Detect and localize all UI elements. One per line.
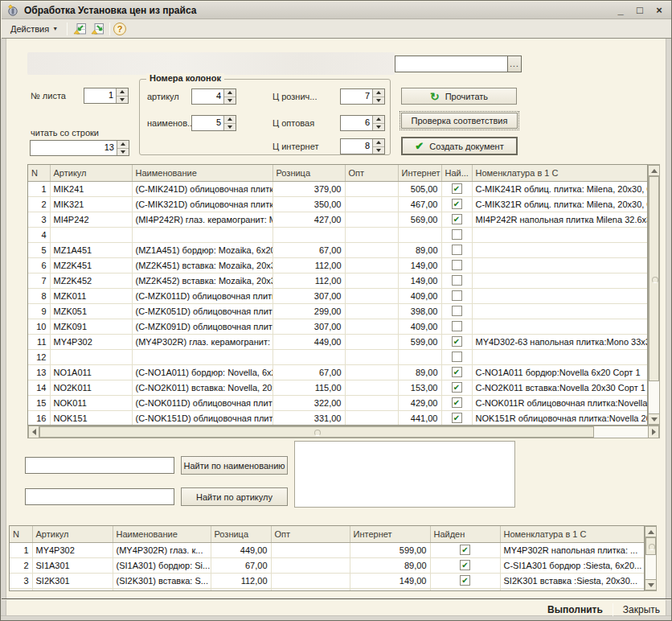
search-by-articul-input[interactable] (25, 488, 174, 505)
cell-found[interactable]: ✔ (441, 395, 472, 410)
cell-internet[interactable]: 429,00 (398, 395, 441, 410)
cell-internet[interactable]: 599,00 (398, 334, 441, 349)
cell-n[interactable]: 10 (28, 319, 50, 334)
unchecked-checkbox-icon[interactable] (452, 290, 462, 301)
col-header-n[interactable]: N (10, 526, 32, 542)
cell-retail[interactable]: 427,00 (272, 212, 345, 227)
cell-name[interactable]: (SI1A301) бордюр: Si... (113, 557, 211, 573)
cell-nomenclature[interactable] (472, 303, 647, 319)
cell-name[interactable] (132, 227, 272, 242)
cell-found[interactable] (441, 257, 472, 273)
cell-found[interactable] (441, 288, 472, 303)
read-from-row-value[interactable]: 13 (31, 141, 117, 155)
cell-internet[interactable]: 505,00 (398, 181, 441, 196)
cell-opt[interactable] (271, 542, 350, 557)
cell-found[interactable]: ✔ (441, 364, 472, 380)
cell-name[interactable]: (C-NO1A011) бордюр: Novella, 6x20, ... (132, 364, 272, 380)
cell-nomenclature[interactable] (472, 288, 647, 303)
cell-internet[interactable]: 441,00 (398, 410, 441, 426)
cell-retail[interactable]: 115,00 (272, 380, 345, 395)
cell-n[interactable]: 9 (28, 303, 50, 319)
cell-n[interactable]: 2 (28, 196, 50, 212)
cell-retail[interactable]: 299,00 (272, 303, 345, 319)
cell-n[interactable]: 5 (28, 242, 50, 257)
cell-found[interactable]: ✔ (441, 212, 472, 227)
checked-checkbox-icon[interactable]: ✔ (452, 413, 462, 423)
cell-retail[interactable]: 112,00 (272, 273, 345, 288)
table-row[interactable]: 7MZ2K452(MZ2K452) вставка: Mozaika, 20x3… (28, 273, 647, 288)
cell-opt[interactable] (345, 380, 398, 395)
cell-opt[interactable] (345, 303, 398, 319)
cell-retail[interactable]: 350,00 (272, 196, 345, 212)
cell-nomenclature[interactable]: SI2K301 вставка :Siesta, 20x30... (500, 573, 644, 588)
cell-found[interactable] (441, 227, 472, 242)
col-header-retail[interactable]: Розница (211, 526, 271, 542)
load-settings-button[interactable] (72, 21, 88, 37)
cell-n[interactable]: 1 (28, 181, 50, 196)
cell-opt[interactable] (345, 257, 398, 273)
cell-opt[interactable] (345, 334, 398, 349)
cell-opt[interactable] (345, 242, 398, 257)
checked-checkbox-icon[interactable]: ✔ (452, 397, 462, 408)
table-row[interactable]: 14NO2K011(C-NO2K011) вставка: Novella, 2… (28, 380, 647, 395)
checked-checkbox-icon[interactable]: ✔ (452, 183, 462, 194)
cell-opt[interactable] (345, 395, 398, 410)
spin-up-icon[interactable] (117, 141, 129, 148)
cell-found[interactable] (441, 319, 472, 334)
cell-retail[interactable]: 307,00 (272, 288, 345, 303)
col-header-nomenclature[interactable]: Номенклатура в 1 С (472, 165, 647, 181)
checked-checkbox-icon[interactable]: ✔ (452, 199, 462, 209)
table-row[interactable]: 3SI2K301(SI2K301) вставка: S...112,00149… (10, 573, 644, 588)
cell-opt[interactable] (345, 273, 398, 288)
cell-found[interactable]: ✔ (441, 380, 472, 395)
cell-opt[interactable] (345, 212, 398, 227)
cell-articul[interactable]: MIK241 (50, 181, 132, 196)
spinner-arrows[interactable] (223, 116, 236, 130)
internet-price-column-value[interactable]: 8 (341, 139, 372, 154)
cell-n[interactable]: 6 (28, 257, 50, 273)
cell-internet[interactable]: 409,00 (398, 319, 441, 334)
spin-up-icon[interactable] (117, 88, 128, 96)
cell-name[interactable]: (C-NOK011D) облицовочная плитка: ... (132, 395, 272, 410)
spin-down-icon[interactable] (373, 97, 384, 105)
close-button[interactable]: × (652, 3, 666, 18)
cell-opt[interactable] (345, 288, 398, 303)
cell-found[interactable]: ✔ (430, 573, 500, 588)
cell-articul[interactable]: MZK091 (50, 319, 132, 334)
cell-found[interactable] (441, 273, 472, 288)
cell-nomenclature[interactable] (472, 242, 647, 257)
table-row[interactable]: 2SI1A301(SI1A301) бордюр: Si...67,0089,0… (10, 557, 644, 573)
spin-down-icon[interactable] (224, 123, 236, 131)
cell-retail[interactable]: 322,00 (272, 395, 345, 410)
maximize-button[interactable]: □ (633, 3, 647, 18)
cell-opt[interactable] (271, 573, 350, 588)
cell-nomenclature[interactable] (472, 257, 647, 273)
sheet-number-spinner[interactable]: 1 (84, 88, 129, 104)
cell-articul[interactable]: MY4P302 (32, 542, 113, 557)
close-form-button[interactable]: Закрыть (617, 602, 666, 617)
table-row[interactable]: 1MY4P302(MY4P302R) глаз. к...449,00599,0… (10, 542, 644, 557)
read-from-row-spinner[interactable]: 13 (30, 140, 129, 156)
browse-button[interactable]: ... (507, 56, 521, 72)
spinner-arrows[interactable] (116, 88, 128, 103)
checked-checkbox-icon[interactable]: ✔ (452, 336, 462, 347)
cell-retail[interactable]: 449,00 (272, 334, 345, 349)
file-path-input[interactable] (395, 56, 507, 72)
cell-internet[interactable]: 409,00 (398, 288, 441, 303)
spinner-arrows[interactable] (372, 89, 384, 104)
spin-down-icon[interactable] (224, 97, 236, 105)
cell-articul[interactable]: MY4P302 (50, 334, 132, 349)
col-header-internet[interactable]: Интернет (398, 165, 441, 181)
cell-retail[interactable]: 112,00 (211, 573, 271, 588)
col-header-name[interactable]: Наименование (132, 165, 272, 181)
cell-articul[interactable]: MZ2K451 (50, 257, 132, 273)
cell-opt[interactable] (345, 364, 398, 380)
col-header-opt[interactable]: Опт (271, 526, 350, 542)
search-results-listbox[interactable] (294, 441, 515, 508)
price-table-vscrollbar[interactable] (648, 164, 660, 426)
unchecked-checkbox-icon[interactable] (452, 260, 462, 270)
cell-internet[interactable] (398, 227, 441, 242)
unchecked-checkbox-icon[interactable] (452, 321, 462, 331)
cell-found[interactable]: ✔ (441, 410, 472, 426)
cell-articul[interactable]: MIK321 (50, 196, 132, 212)
